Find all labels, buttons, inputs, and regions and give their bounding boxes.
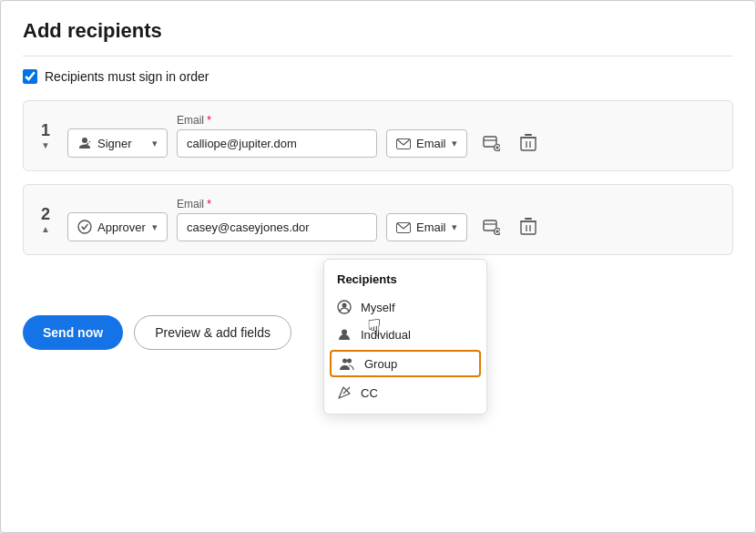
recipient-2-email-input[interactable]: [177, 213, 377, 241]
recipient-number-1: 1: [41, 122, 50, 138]
svg-rect-7: [521, 138, 536, 150]
myself-icon: [337, 300, 352, 314]
svg-point-25: [342, 303, 347, 308]
recipient-1-down-arrow[interactable]: ▼: [41, 140, 50, 150]
recipient-1-role-select[interactable]: Signer ▾: [67, 128, 168, 158]
recipient-2-role-select[interactable]: Approver ▾: [67, 212, 168, 241]
svg-point-0: [82, 138, 87, 143]
recipient-1-delivery-chevron: ▾: [452, 138, 457, 149]
recipients-order-label: Recipients must sign in order: [45, 69, 209, 84]
dropdown-item-individual-label: Individual: [361, 328, 411, 342]
dropdown-item-group-label: Group: [364, 357, 397, 371]
email-icon-1: [396, 138, 411, 149]
recipient-2-role-chevron: ▾: [152, 221, 158, 233]
recipient-2-delivery-select[interactable]: Email ▾: [386, 213, 467, 241]
recipient-2-email-label: Email *: [177, 198, 377, 210]
add-recipient-row: + Recipients Myself Individual Gr: [23, 268, 733, 299]
recipient-2-up-arrow[interactable]: ▲: [41, 224, 50, 234]
dropdown-item-myself-label: Myself: [361, 301, 395, 314]
recipient-1-delivery-group: Email ▾: [386, 129, 467, 158]
recipient-2-required-star: *: [204, 198, 211, 210]
recipient-2-delete-btn[interactable]: [515, 212, 542, 241]
recipient-1-delete-btn[interactable]: [515, 128, 542, 158]
svg-point-26: [342, 330, 347, 335]
recipient-1-role-group: Signer ▾: [67, 128, 168, 158]
recipient-1-role-chevron: ▾: [152, 138, 158, 149]
recipient-1-role-label: Signer: [97, 137, 132, 150]
recipient-1-email-input[interactable]: [177, 129, 377, 158]
recipient-1-add-auth-btn[interactable]: [476, 128, 506, 158]
recipient-2-role-group: Approver ▾: [67, 212, 168, 241]
recipient-2-fields: Approver ▾ Email *: [67, 198, 720, 241]
dropdown-item-cc[interactable]: CC: [324, 379, 486, 406]
recipients-order-row: Recipients must sign in order: [23, 69, 733, 84]
recipient-2-email-group: Email *: [177, 198, 377, 241]
signer-icon: [77, 136, 92, 150]
email-icon-2: [396, 222, 411, 233]
send-now-button[interactable]: Send now: [23, 315, 123, 350]
cc-icon: [337, 385, 352, 400]
recipient-2-delivery-group: Email ▾: [386, 213, 467, 241]
dropdown-header: Recipients: [324, 267, 486, 293]
group-icon: [339, 356, 355, 371]
add-recipients-window: Add recipients Recipients must sign in o…: [0, 0, 756, 533]
svg-rect-19: [521, 221, 536, 234]
svg-point-27: [342, 359, 347, 364]
recipient-number-col-2: 2 ▲: [33, 206, 58, 234]
dropdown-item-myself[interactable]: Myself: [324, 293, 486, 321]
recipients-order-checkbox[interactable]: [23, 69, 37, 84]
recipient-1-required-star: *: [204, 114, 211, 127]
recipient-card-1: 1 ▼ Signer ▾: [23, 100, 733, 171]
svg-point-28: [347, 359, 352, 364]
recipient-2-delivery-label: Email: [416, 220, 446, 234]
dropdown-item-cc-label: CC: [361, 386, 378, 400]
recipient-2-role-label: Approver: [97, 220, 146, 234]
recipient-1-delivery-label: Email: [416, 137, 446, 150]
svg-point-12: [78, 220, 91, 233]
recipient-2-delivery-chevron: ▾: [452, 221, 457, 233]
preview-add-fields-button[interactable]: Preview & add fields: [134, 315, 291, 350]
recipient-1-delivery-select[interactable]: Email ▾: [386, 129, 467, 158]
title-divider: [23, 56, 733, 56]
recipient-card-2: 2 ▲ Approver ▾ Email *: [23, 184, 733, 255]
page-title: Add recipients: [23, 19, 733, 43]
recipient-number-col-1: 1 ▼: [33, 122, 58, 150]
recipient-1-email-group: Email *: [177, 114, 377, 158]
recipient-2-add-auth-btn[interactable]: [476, 212, 506, 241]
dropdown-item-group[interactable]: Group: [330, 350, 481, 377]
recipient-1-email-label: Email *: [177, 114, 377, 127]
recipients-dropdown: Recipients Myself Individual Group: [323, 259, 487, 415]
individual-icon: [337, 327, 352, 342]
approver-icon: [77, 220, 92, 234]
recipient-number-2: 2: [41, 206, 50, 222]
dropdown-item-individual[interactable]: Individual: [324, 321, 486, 348]
recipient-1-fields: Signer ▾ Email * Em: [67, 114, 720, 158]
